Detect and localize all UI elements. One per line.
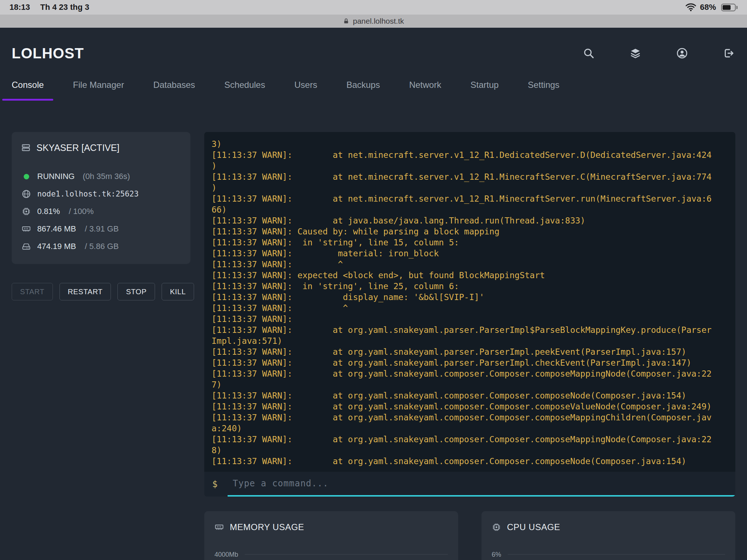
- console-line: [11:13:37 WARN]: Caused by: while parsin…: [212, 226, 728, 237]
- console-line: [11:13:37 WARN]: at org.yaml.snakeyaml.c…: [212, 434, 728, 445]
- console-line: [11:13:37 WARN]: at org.yaml.snakeyaml.p…: [212, 346, 728, 357]
- user-icon[interactable]: [676, 47, 688, 59]
- server-name: SKYASER [ACTIVE]: [36, 141, 119, 154]
- lock-icon: [343, 18, 349, 24]
- memory-axis-label: 4000Mb: [214, 551, 238, 558]
- cpu-usage-card: CPU USAGE 6%: [481, 511, 735, 560]
- cpu-usage-title: CPU USAGE: [507, 521, 560, 533]
- tab-backups[interactable]: Backups: [337, 79, 390, 91]
- console-line: ): [212, 160, 728, 171]
- app-header: LOLHOST: [12, 34, 735, 73]
- globe-icon: [21, 189, 31, 199]
- console-line: 7): [212, 379, 728, 390]
- tab-schedules[interactable]: Schedules: [215, 79, 275, 91]
- console-line: [11:13:37 WARN]: ^: [212, 303, 728, 314]
- cpu-usage-chart: [508, 554, 725, 560]
- server-status: RUNNING: [37, 172, 75, 181]
- console-line: [11:13:37 WARN]: at org.yaml.snakeyaml.c…: [212, 456, 728, 467]
- console-line: [11:13:37 WARN]: at java.base/java.lang.…: [212, 215, 728, 226]
- cpu-usage-limit: / 100%: [69, 207, 94, 216]
- console-line: [11:13:37 WARN]: at net.minecraft.server…: [212, 149, 728, 160]
- logout-icon[interactable]: [723, 47, 735, 59]
- server-uptime: (0h 35m 36s): [83, 172, 130, 181]
- console-line: Impl.java:571): [212, 335, 728, 346]
- panel-app: LOLHOST ConsoleFile ManagerDatabasesSche…: [0, 34, 747, 560]
- clock: 18:13: [9, 3, 30, 12]
- command-prompt-symbol: $: [212, 479, 228, 489]
- cpu-usage-value: 0.81%: [37, 207, 60, 216]
- brand-logo[interactable]: LOLHOST: [12, 45, 84, 62]
- console-line: [11:13:37 WARN]: at net.minecraft.server…: [212, 171, 728, 182]
- console-line: 66): [212, 204, 728, 215]
- console-line: [11:13:37 WARN]: in 'string', line 25, c…: [212, 281, 728, 292]
- cpu-chart-icon: [492, 522, 501, 532]
- kill-button[interactable]: KILL: [162, 283, 194, 300]
- wifi-icon: [685, 3, 696, 12]
- device-status-bar: 18:13 Th 4 23 thg 3 68%: [0, 0, 747, 15]
- server-info-card: SKYASER [ACTIVE] RUNNING (0h 35m 36s) no…: [12, 132, 190, 264]
- console-output[interactable]: 3)[11:13:37 WARN]: at net.minecraft.serv…: [204, 132, 735, 472]
- command-input[interactable]: [228, 472, 735, 497]
- battery-fill: [723, 5, 731, 10]
- console-line: [11:13:37 WARN]: at org.yaml.snakeyaml.c…: [212, 412, 728, 423]
- restart-button[interactable]: RESTART: [59, 283, 111, 300]
- server-disk-row: 474.19 MB / 5.86 GB: [21, 238, 181, 255]
- start-button[interactable]: START: [12, 283, 53, 300]
- console-line: a:240): [212, 423, 728, 434]
- cpu-axis-label: 6%: [492, 551, 501, 558]
- server-memory-row: 867.46 MB / 3.91 GB: [21, 220, 181, 238]
- server-status-row: RUNNING (0h 35m 36s): [21, 168, 181, 185]
- console-line: 3): [212, 139, 728, 149]
- console-line: 8): [212, 445, 728, 456]
- memory-usage-chart: [245, 554, 448, 560]
- url-text: panel.lolhost.tk: [353, 17, 404, 26]
- battery-icon: [721, 4, 738, 11]
- tab-settings[interactable]: Settings: [518, 79, 569, 91]
- memory-usage-value: 867.46 MB: [37, 224, 76, 234]
- usage-charts: MEMORY USAGE 4000Mb CPU USAGE: [204, 511, 735, 560]
- console-section: 3)[11:13:37 WARN]: at net.minecraft.serv…: [204, 132, 735, 497]
- browser-url-bar[interactable]: panel.lolhost.tk: [0, 15, 747, 28]
- tab-users[interactable]: Users: [285, 79, 327, 91]
- status-date: Th 4 23 thg 3: [40, 3, 89, 12]
- console-line: [11:13:37 WARN]: in 'string', line 15, c…: [212, 237, 728, 248]
- console-line: [11:13:37 WARN]: expected <block end>, b…: [212, 270, 728, 281]
- memory-usage-limit: / 3.91 GB: [85, 224, 119, 234]
- console-line: [11:13:37 WARN]: at org.yaml.snakeyaml.c…: [212, 390, 728, 401]
- memory-usage-card: MEMORY USAGE 4000Mb: [204, 511, 458, 560]
- memory-chart-icon: [214, 522, 224, 532]
- server-address: node1.lolhost.tk:25623: [37, 190, 139, 198]
- layers-icon[interactable]: [630, 47, 641, 59]
- console-input-row: $: [204, 472, 735, 497]
- tab-databases[interactable]: Databases: [144, 79, 205, 91]
- tab-network[interactable]: Network: [400, 79, 451, 91]
- console-line: [11:13:37 WARN]:: [212, 314, 728, 324]
- tab-file-manager[interactable]: File Manager: [63, 79, 133, 91]
- console-line: [11:13:37 WARN]: material: iron_block: [212, 248, 728, 259]
- console-line: [11:13:37 WARN]: at net.minecraft.server…: [212, 193, 728, 204]
- memory-icon: [21, 224, 31, 234]
- console-lines: 3)[11:13:37 WARN]: at net.minecraft.serv…: [212, 139, 728, 467]
- console-line: ): [212, 182, 728, 193]
- tab-console[interactable]: Console: [2, 79, 53, 91]
- console-line: [11:13:37 WARN]: ^: [212, 259, 728, 270]
- tab-startup[interactable]: Startup: [461, 79, 508, 91]
- server-cpu-row: 0.81% / 100%: [21, 203, 181, 220]
- disk-icon: [21, 242, 31, 251]
- server-address-row: node1.lolhost.tk:25623: [21, 185, 181, 203]
- console-line: [11:13:37 WARN]: at org.yaml.snakeyaml.p…: [212, 324, 728, 335]
- power-controls: START RESTART STOP KILL: [12, 283, 190, 300]
- console-line: [11:13:37 WARN]: display_name: '&b&l[SVI…: [212, 292, 728, 303]
- disk-usage-limit: / 5.86 GB: [85, 242, 119, 251]
- disk-usage-value: 474.19 MB: [37, 242, 76, 251]
- server-icon: [21, 143, 31, 152]
- nav-tabs: ConsoleFile ManagerDatabasesSchedulesUse…: [2, 73, 735, 101]
- memory-usage-title: MEMORY USAGE: [230, 521, 304, 533]
- search-icon[interactable]: [583, 47, 595, 59]
- battery-percent: 68%: [700, 3, 716, 12]
- console-line: [11:13:37 WARN]: at org.yaml.snakeyaml.c…: [212, 368, 728, 379]
- status-dot-icon: [24, 174, 29, 179]
- console-line: [11:13:37 WARN]: at org.yaml.snakeyaml.p…: [212, 357, 728, 368]
- stop-button[interactable]: STOP: [117, 283, 155, 300]
- cpu-chip-icon: [21, 207, 31, 216]
